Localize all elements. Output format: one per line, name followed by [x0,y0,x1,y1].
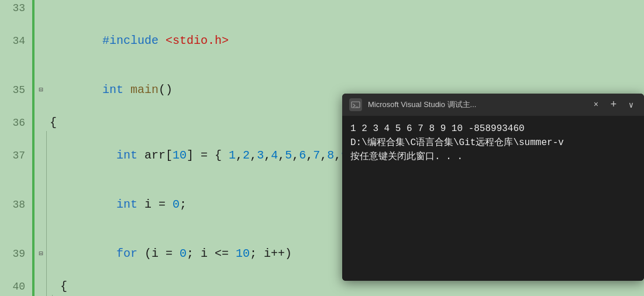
terminal-add-button[interactable]: + [607,98,621,112]
table-row: 33 [0,0,644,16]
collapse-icon[interactable]: ⊟ [39,246,43,262]
terminal-titlebar: Microsoft Visual Studio 调试主... × + ∨ [342,94,644,116]
line-number: 37 [0,147,32,164]
collapse-icon[interactable]: ⊟ [39,82,43,98]
terminal-close-button[interactable]: × [590,99,602,111]
terminal-controls: × + ∨ [590,98,637,112]
table-row: 34 #include <stdio.h> [0,16,644,66]
terminal-output-line1: 1 2 3 4 5 6 7 8 9 10 -858993460 [350,122,636,136]
terminal-output-line2: D:\编程合集\C语言合集\Git远程仓库\summer-v [350,136,636,150]
terminal-chevron-button[interactable]: ∨ [625,99,637,111]
code-text: { [60,278,644,295]
terminal-icon [349,98,362,111]
gutter[interactable]: ⊟ [36,82,46,98]
line-number: 40 [0,278,32,295]
gutter[interactable]: ⊟ [36,246,46,262]
green-indicator [32,278,35,295]
svg-rect-0 [352,102,360,108]
terminal-title: Microsoft Visual Studio 调试主... [368,99,584,110]
terminal-window: Microsoft Visual Studio 调试主... × + ∨ 1 2… [342,94,644,281]
green-indicator [32,115,35,131]
terminal-body: 1 2 3 4 5 6 7 8 9 10 -858993460 D:\编程合集\… [342,116,644,281]
line-number: 35 [0,82,32,98]
table-row: 40 { [0,278,644,295]
green-indicator [32,16,35,66]
green-indicator [32,180,35,229]
line-number: 33 [0,0,32,16]
line-number: 39 [0,246,32,262]
line-number: 34 [0,33,32,49]
code-text: #include <stdio.h> [46,16,644,66]
green-indicator [32,66,35,115]
green-indicator [32,131,35,180]
line-number: 36 [0,115,32,131]
green-indicator [32,229,35,278]
terminal-output-line3: 按任意键关闭此窗口. . . [350,150,636,164]
line-number: 38 [0,197,32,213]
green-indicator [32,0,35,16]
